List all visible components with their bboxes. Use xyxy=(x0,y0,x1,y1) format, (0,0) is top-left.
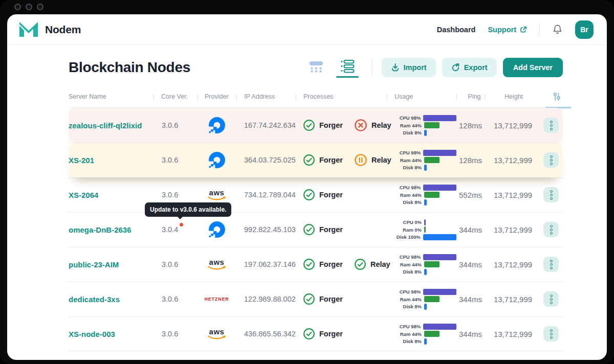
cpu-usage-label: CPU 98% xyxy=(394,150,421,155)
disk-usage-label: Disk 8% xyxy=(394,269,422,275)
block-height: 13,712,999 xyxy=(485,191,535,199)
ping-value: 344ms xyxy=(456,295,485,304)
provider-cell: aws xyxy=(197,189,236,201)
server-name-link[interactable]: XS-node-003 xyxy=(69,330,154,338)
core-version: 3.0.6 xyxy=(162,330,178,338)
window-close-button[interactable] xyxy=(14,4,21,10)
nav-dashboard[interactable]: Dashboard xyxy=(437,26,476,34)
page-title: Blockchain Nodes xyxy=(69,59,190,76)
disk-usage-label: Disk 8% xyxy=(394,199,422,205)
kebab-dot xyxy=(550,298,553,301)
aws-logo: aws xyxy=(208,189,226,201)
nodem-logo-icon xyxy=(18,21,39,38)
window-maximize-button[interactable] xyxy=(37,4,43,10)
process-label: Forger xyxy=(319,260,343,268)
import-icon xyxy=(391,63,400,72)
col-usage[interactable]: Usage xyxy=(387,93,456,100)
row-menu-button[interactable] xyxy=(543,257,559,272)
col-core-ver[interactable]: Core Ver. xyxy=(154,93,197,100)
kebab-dot xyxy=(550,336,553,339)
table-row[interactable]: public-23-AIM 3.0.6 aws 197.062.37.146 F… xyxy=(69,247,563,282)
provider-cell: HETZNER xyxy=(197,297,236,302)
col-height[interactable]: Height xyxy=(485,93,535,100)
table-row[interactable]: XS-node-003 3.0.6 aws 436.865.56.342 For… xyxy=(69,316,563,351)
grid-view-button[interactable] xyxy=(306,59,326,76)
process-badge-forger: Forger xyxy=(303,328,343,340)
table-body: zealous-cliff-ql2lixid 3.0.6 167.74.242.… xyxy=(69,108,563,351)
table-row[interactable]: dedicated-3xs 3.0.6 HETZNER 122.989.88.0… xyxy=(69,282,563,316)
ip-address: 364.03.725.025 xyxy=(236,156,296,164)
server-name-link[interactable]: zealous-cliff-ql2lixid xyxy=(69,121,154,130)
kebab-dot xyxy=(550,159,553,162)
usage-cell: CPU 98%Ram 44%Disk 8% xyxy=(387,148,456,172)
row-menu-button[interactable] xyxy=(543,118,559,133)
bell-icon xyxy=(552,24,563,35)
process-badge-forger: Forger xyxy=(303,223,343,236)
nav-support[interactable]: Support xyxy=(488,26,527,34)
ram-usage-bar xyxy=(424,157,440,163)
col-ping[interactable]: Ping xyxy=(456,93,485,100)
import-button[interactable]: Import xyxy=(382,58,436,77)
processes-cell: Forger Relay xyxy=(296,258,387,270)
cpu-usage-bar xyxy=(423,150,456,156)
external-link-icon xyxy=(520,26,527,33)
provider-cell xyxy=(197,151,236,169)
processes-cell: Forger xyxy=(296,189,387,201)
server-name-link[interactable]: public-23-AIM xyxy=(69,260,154,269)
window-minimize-button[interactable] xyxy=(26,4,32,10)
ram-usage-bar xyxy=(424,192,440,198)
processes-cell: Forger xyxy=(296,223,387,236)
row-menu-button[interactable] xyxy=(543,222,559,237)
status-ok-icon xyxy=(303,328,315,340)
row-menu-button[interactable] xyxy=(543,187,559,202)
update-indicator[interactable] xyxy=(180,223,183,226)
status-ok-icon xyxy=(354,258,366,270)
kebab-dot xyxy=(550,302,553,304)
col-processes[interactable]: Processes xyxy=(296,93,387,100)
table-row[interactable]: XS-201 3.0.6 364.03.725.025 Forger Relay… xyxy=(69,143,563,177)
add-server-button[interactable]: Add Server xyxy=(503,58,563,77)
block-height: 13,712,999 xyxy=(485,330,535,338)
ram-usage-bar xyxy=(424,331,440,337)
add-server-label: Add Server xyxy=(513,63,553,72)
row-menu-button[interactable] xyxy=(543,326,559,342)
list-view-button[interactable] xyxy=(334,59,361,76)
ip-address: 992.822.45.103 xyxy=(236,225,296,234)
core-version-cell: 3.0.6 xyxy=(154,295,197,303)
col-provider[interactable]: Provider xyxy=(197,93,236,100)
server-name-link[interactable]: XS-2064 xyxy=(69,191,154,199)
col-server-name[interactable]: Server Name xyxy=(69,93,154,100)
row-menu-button[interactable] xyxy=(543,291,559,307)
avatar[interactable]: Br xyxy=(575,20,594,39)
process-badge-relay: Relay xyxy=(354,153,391,167)
usage-cell: CPU 98%Ram 44%Disk 8% xyxy=(387,322,456,346)
filter-sliders-icon xyxy=(552,92,562,102)
row-menu-button[interactable] xyxy=(543,152,559,168)
aws-logo: aws xyxy=(208,258,226,270)
table-row[interactable]: XS-2064 3.0.6 aws 734.12.789.044 Forger … xyxy=(69,177,563,212)
server-name-link[interactable]: dedicated-3xs xyxy=(69,295,154,304)
table-row[interactable]: zealous-cliff-ql2lixid 3.0.6 167.74.242.… xyxy=(69,108,563,143)
core-version-cell: 3.0.4Update to v3.0.6 available. xyxy=(154,225,197,234)
core-version-cell: 3.0.6 xyxy=(154,156,197,164)
process-badge-forger: Forger xyxy=(303,154,343,166)
notifications-button[interactable] xyxy=(552,24,563,35)
col-ip-address[interactable]: IP Address xyxy=(236,93,296,100)
table-row[interactable]: omega-DnB-2636 3.0.4Update to v3.0.6 ava… xyxy=(69,212,563,247)
process-badge-forger: Forger xyxy=(303,293,343,305)
table-header: Server Name Core Ver. Provider IP Addres… xyxy=(69,92,563,108)
app-header: Nodem Dashboard Support xyxy=(7,14,607,45)
status-ok-icon xyxy=(303,223,315,236)
process-badge-forger: Forger xyxy=(303,258,343,270)
server-name-link[interactable]: XS-201 xyxy=(69,156,154,165)
aws-smile-icon xyxy=(208,335,226,340)
export-button[interactable]: Export xyxy=(442,58,497,77)
disk-usage-bar xyxy=(424,165,427,171)
process-badge-forger: Forger xyxy=(303,189,343,201)
server-name-link[interactable]: omega-DnB-2636 xyxy=(69,225,154,234)
filter-button[interactable] xyxy=(552,92,562,102)
list-view-icon xyxy=(340,60,355,73)
process-label: Forger xyxy=(319,121,343,129)
grid-view-icon xyxy=(309,60,324,73)
process-badge-relay: Relay xyxy=(354,119,391,132)
